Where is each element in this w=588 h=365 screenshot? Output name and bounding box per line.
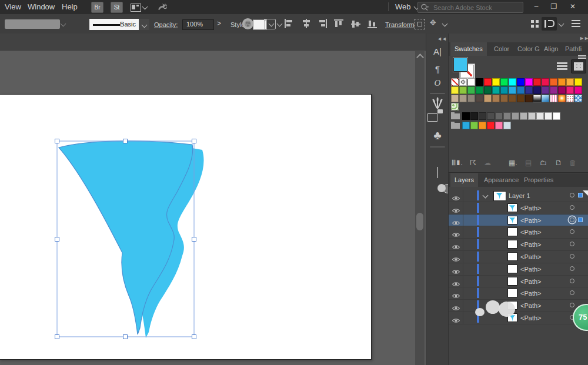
tab-pathfinder[interactable]: Pathfi xyxy=(561,42,586,56)
swatch[interactable] xyxy=(476,78,483,86)
layer-thumbnail[interactable] xyxy=(507,277,517,286)
layer-thumbnail[interactable] xyxy=(493,191,506,201)
tab-properties[interactable]: Properties xyxy=(520,173,557,187)
brush-definition-dropdown[interactable]: Basic xyxy=(89,19,139,30)
recolor-artwork-icon[interactable] xyxy=(242,18,253,29)
workspace-switcher[interactable]: Web xyxy=(395,2,411,11)
path-row[interactable]: <Path> xyxy=(449,263,588,276)
show-swatch-kinds-icon[interactable]: ▦. xyxy=(509,159,517,167)
expand-panels-icon[interactable]: ►► xyxy=(579,35,588,41)
selection-handle[interactable] xyxy=(192,335,196,339)
restore-button[interactable]: ❐ xyxy=(546,0,562,13)
opacity-field[interactable] xyxy=(182,19,214,30)
path-row[interactable]: <Path> xyxy=(449,251,588,263)
layer-label[interactable]: <Path> xyxy=(520,241,541,248)
target-circle[interactable] xyxy=(570,303,574,307)
swatch[interactable] xyxy=(487,122,495,129)
path-row[interactable]: <Path> xyxy=(449,312,588,324)
swatch[interactable] xyxy=(479,122,486,129)
selection-handle[interactable] xyxy=(123,335,128,339)
tab-color[interactable]: Color xyxy=(490,42,513,56)
swatch[interactable] xyxy=(525,95,533,102)
swatch[interactable] xyxy=(492,95,500,102)
grid-view-button[interactable] xyxy=(571,59,586,73)
swatch[interactable] xyxy=(462,122,470,129)
layer-label[interactable]: <Path> xyxy=(520,205,541,212)
layer-thumbnail[interactable] xyxy=(507,216,517,225)
tab-swatches[interactable]: Swatches xyxy=(450,42,487,56)
swatch[interactable] xyxy=(459,86,467,94)
selected-art-indicator[interactable] xyxy=(578,217,583,222)
swatch[interactable] xyxy=(484,95,492,102)
swatch[interactable] xyxy=(512,112,519,120)
tab-layers[interactable]: Layers xyxy=(450,173,478,187)
swatch[interactable] xyxy=(459,78,467,86)
swatch[interactable] xyxy=(451,86,459,94)
target-circle[interactable] xyxy=(570,266,574,271)
expand-chevron-icon[interactable] xyxy=(483,193,489,199)
swatch-options-icon[interactable]: ▤ xyxy=(525,159,532,167)
swatch[interactable] xyxy=(525,86,533,94)
swatch[interactable] xyxy=(492,78,500,86)
swatch[interactable] xyxy=(451,103,459,110)
opacity-input[interactable] xyxy=(183,20,212,28)
target-circle[interactable] xyxy=(570,217,574,222)
swatch[interactable] xyxy=(492,86,500,94)
character-panel-icon[interactable]: A| xyxy=(429,46,446,62)
swatch-group-folder-icon[interactable] xyxy=(451,113,460,119)
swatch[interactable] xyxy=(558,78,566,86)
bounding-box-icon[interactable] xyxy=(415,19,425,29)
chevron-down-icon[interactable] xyxy=(559,21,564,27)
layer-label[interactable]: <Path> xyxy=(520,229,541,236)
target-circle[interactable] xyxy=(570,242,574,246)
swatch[interactable] xyxy=(500,78,508,86)
swatch[interactable] xyxy=(553,112,560,120)
swatch[interactable] xyxy=(500,95,508,102)
fill-stroke-indicator[interactable] xyxy=(453,58,477,80)
path-row[interactable]: <Path> xyxy=(449,300,588,312)
target-circle[interactable] xyxy=(570,279,574,283)
symbols-panel-icon[interactable] xyxy=(429,113,446,129)
align-top-icon[interactable] xyxy=(334,19,344,28)
delete-swatch-icon[interactable]: 🗑 xyxy=(569,159,576,167)
transparency-panel-icon[interactable] xyxy=(429,184,446,199)
visibility-eye-icon[interactable] xyxy=(452,315,460,326)
path-row[interactable]: <Path> xyxy=(449,239,588,251)
swatch[interactable] xyxy=(509,78,516,86)
control-bar-menu-icon[interactable] xyxy=(572,19,580,27)
layer-label[interactable]: <Path> xyxy=(520,266,541,273)
list-view-icon[interactable] xyxy=(557,62,567,70)
path-row[interactable]: <Path> xyxy=(449,287,588,300)
target-circle[interactable] xyxy=(570,254,574,259)
stroke-panel-icon[interactable] xyxy=(429,150,446,166)
swatch[interactable] xyxy=(470,112,478,120)
target-circle[interactable] xyxy=(570,229,574,234)
layer-label[interactable]: <Path> xyxy=(520,217,541,224)
scroll-up-icon[interactable] xyxy=(416,53,424,61)
swatch[interactable] xyxy=(542,86,549,94)
swatch[interactable] xyxy=(503,122,511,129)
swatch[interactable] xyxy=(517,86,524,94)
color-themes-icon[interactable]: ☈ xyxy=(470,159,476,167)
fill-chip[interactable] xyxy=(453,58,467,72)
add-to-cloud-icon[interactable]: ☁ xyxy=(484,159,491,167)
swatch[interactable] xyxy=(528,112,536,120)
swatch[interactable] xyxy=(550,78,557,86)
menu-help[interactable]: Help xyxy=(62,2,78,11)
align-center-horizontal-icon[interactable] xyxy=(301,19,311,28)
opacity-stepper[interactable]: > xyxy=(217,19,221,28)
swatch[interactable] xyxy=(467,86,475,94)
selection-handle[interactable] xyxy=(55,139,59,143)
path-row[interactable]: <Path> xyxy=(449,226,588,239)
swatch[interactable] xyxy=(566,86,574,94)
align-bottom-icon[interactable] xyxy=(368,19,377,28)
opacity-label[interactable]: Opacity: xyxy=(154,21,178,28)
scrollbar-thumb[interactable] xyxy=(416,213,423,230)
swatch[interactable] xyxy=(487,112,495,120)
swatch[interactable] xyxy=(467,78,475,86)
swatch[interactable] xyxy=(467,95,475,102)
swatch[interactable] xyxy=(503,112,511,120)
workspace-grid-icon[interactable] xyxy=(531,20,539,28)
target-circle[interactable] xyxy=(570,193,574,197)
layer-label[interactable]: <Path> xyxy=(520,302,541,309)
